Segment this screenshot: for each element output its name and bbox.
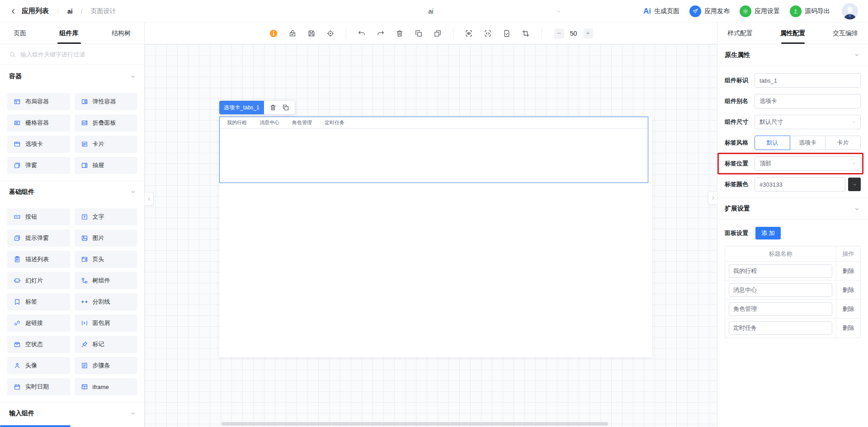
component-item[interactable]: 栅格容器	[7, 114, 70, 131]
code-view-icon[interactable]	[483, 29, 492, 38]
collapse-right-panel-handle[interactable]	[708, 191, 717, 205]
paste-icon[interactable]	[433, 29, 442, 38]
tab-style-option[interactable]: 默认	[755, 136, 790, 150]
component-item[interactable]: 超链接	[7, 314, 70, 332]
tab-props-config[interactable]: 属性配置	[778, 23, 807, 44]
zoom-value: 50	[569, 30, 579, 37]
component-item[interactable]: 按钮	[7, 208, 70, 225]
trash-icon[interactable]	[395, 29, 404, 38]
component-item[interactable]: 步骤条	[75, 357, 137, 374]
component-tab[interactable]: 我的行程	[227, 119, 247, 126]
color-swatch-button[interactable]	[848, 178, 861, 191]
delete-component-icon[interactable]	[269, 104, 277, 111]
tab-color-input[interactable]	[755, 177, 845, 192]
component-item[interactable]: 页头	[75, 251, 137, 268]
component-tab[interactable]: 定时任务	[325, 119, 344, 126]
tab-style-row: 标签风格 默认选项卡卡片	[725, 136, 861, 150]
component-item[interactable]: 空状态	[7, 336, 70, 353]
redo-icon[interactable]	[376, 29, 385, 38]
canvas-hscrollbar[interactable]	[222, 422, 608, 426]
component-tab[interactable]: 角色管理	[292, 119, 312, 126]
info-icon[interactable]	[269, 29, 278, 38]
component-item-label: 头像	[25, 361, 37, 370]
native-props-section-header[interactable]: 原生属性	[717, 44, 868, 66]
copy-icon[interactable]	[414, 29, 423, 38]
component-item[interactable]: 分割线	[75, 293, 137, 310]
component-item[interactable]: 折叠面板	[75, 114, 137, 131]
selected-tabs-component[interactable]: 选项卡_tabs_1 我的行程消息中心角色管理定时任务	[219, 117, 648, 183]
extension-section-header[interactable]: 扩展设置	[717, 198, 868, 220]
component-item[interactable]: 图片	[75, 230, 137, 247]
breadcrumb-app[interactable]: ai	[67, 8, 73, 15]
unlock-icon[interactable]	[288, 29, 297, 38]
delete-button[interactable]: 删除	[836, 262, 860, 280]
panel-title-input[interactable]	[729, 283, 832, 297]
add-panel-button[interactable]: 添 加	[755, 227, 781, 239]
component-item-label: 标记	[93, 340, 104, 348]
tab-position-select[interactable]: 顶部	[755, 156, 861, 171]
delete-button[interactable]: 删除	[836, 281, 860, 299]
sidebar-tab-structure[interactable]: 结构树	[110, 23, 132, 44]
section-title: 容器	[9, 72, 22, 80]
tab-interaction[interactable]: 交互编排	[831, 23, 860, 44]
section-header[interactable]: 输入组件	[0, 402, 144, 424]
panel-title-input[interactable]	[729, 302, 832, 316]
component-item[interactable]: 标记	[75, 336, 137, 353]
component-item[interactable]: 卡片	[75, 136, 137, 153]
preview-icon[interactable]	[464, 29, 473, 38]
component-item[interactable]: 树组件	[75, 272, 137, 289]
sidebar-tab-components[interactable]: 组件库	[58, 23, 80, 44]
sidebar-tab-pages[interactable]: 页面	[12, 23, 28, 44]
sidebar-hscrollbar[interactable]	[0, 425, 71, 427]
tab-position-value: 顶部	[760, 160, 771, 168]
tab-style-option[interactable]: 卡片	[825, 136, 861, 150]
back-chevron-icon[interactable]	[10, 8, 17, 15]
zoom-out-button[interactable]	[554, 28, 564, 38]
component-item[interactable]: 弹窗	[7, 157, 70, 174]
page-check-icon[interactable]	[502, 29, 511, 38]
collapse-left-panel-handle[interactable]	[145, 192, 154, 206]
component-item[interactable]: 头像	[7, 357, 70, 374]
delete-button[interactable]: 删除	[836, 300, 860, 318]
component-item[interactable]: iframe	[75, 378, 137, 395]
tab-style-config[interactable]: 样式配置	[726, 23, 755, 44]
panel-title-input[interactable]	[729, 321, 832, 335]
copy-component-icon[interactable]	[282, 104, 289, 111]
settings-button[interactable]: 应用设置	[740, 5, 780, 17]
user-avatar[interactable]	[842, 3, 858, 19]
component-item[interactable]: 面包屑	[75, 314, 137, 332]
publish-button[interactable]: 应用发布	[689, 5, 730, 17]
page-select-dropdown[interactable]: ai	[306, 8, 562, 15]
component-tab[interactable]: 消息中心	[259, 119, 279, 126]
undo-icon[interactable]	[357, 29, 366, 38]
tab-style-option[interactable]: 选项卡	[790, 136, 826, 150]
save-icon[interactable]	[307, 29, 316, 38]
component-item[interactable]: 选项卡	[7, 136, 70, 153]
search-input[interactable]	[20, 51, 135, 58]
delete-button[interactable]: 删除	[836, 319, 860, 338]
export-button[interactable]: 源码导出	[790, 5, 830, 17]
component-size-select[interactable]: 默认尺寸	[755, 115, 861, 129]
component-item[interactable]: 幻灯片	[7, 272, 70, 289]
component-alias-input[interactable]	[755, 94, 861, 108]
component-item[interactable]: 布局容器	[7, 93, 70, 110]
component-item[interactable]: 提示弹窗	[7, 230, 70, 247]
component-item[interactable]: 标签	[7, 293, 70, 310]
gear-icon	[740, 5, 751, 17]
zoom-in-button[interactable]	[583, 28, 593, 38]
generate-page-button[interactable]: Ai生成页面	[643, 7, 679, 16]
back-button[interactable]: 应用列表	[22, 7, 49, 15]
component-item[interactable]: 弹性容器	[75, 93, 137, 110]
component-id-input[interactable]	[755, 73, 861, 88]
chevron-down-icon	[130, 74, 136, 80]
layout-container-icon	[14, 98, 21, 105]
section-header[interactable]: 基础组件	[0, 180, 144, 203]
frame-icon[interactable]	[521, 29, 530, 38]
component-item[interactable]: 描述列表	[7, 251, 70, 268]
component-item[interactable]: 文字	[75, 208, 137, 225]
section-header[interactable]: 容器	[0, 65, 144, 88]
target-icon[interactable]	[326, 29, 335, 38]
component-item[interactable]: 抽屉	[75, 157, 137, 174]
panel-title-input[interactable]	[729, 264, 832, 278]
component-item[interactable]: 实时日期	[7, 378, 70, 395]
